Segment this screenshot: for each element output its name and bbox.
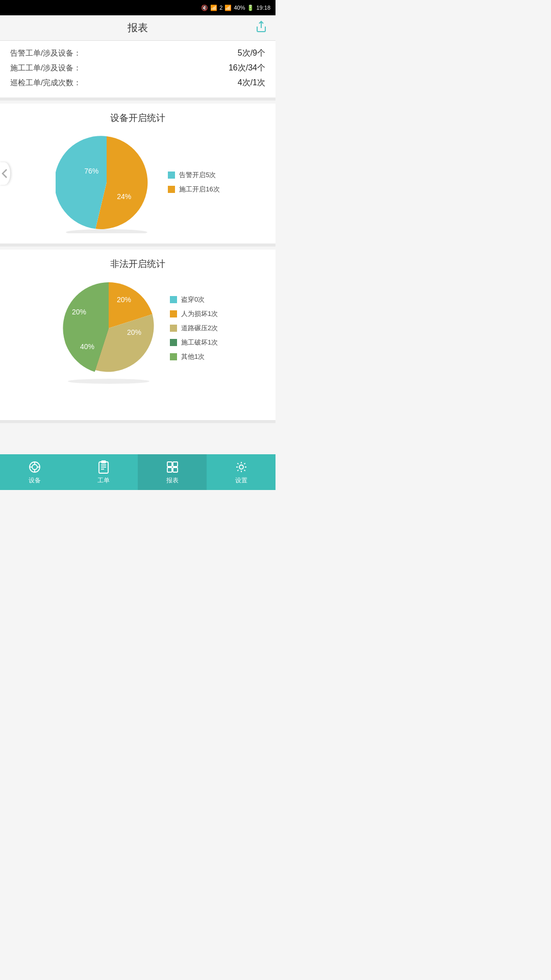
chart2-pie: 20% 20% 40% 20% [58, 277, 160, 379]
legend2-color-teal [170, 296, 177, 303]
legend2-label-1: 人为损坏1次 [181, 309, 218, 318]
svg-point-2 [68, 379, 149, 384]
legend2-color-tan [170, 325, 177, 332]
legend2-item-4: 其他1次 [170, 352, 218, 361]
legend2-color-orange [170, 310, 177, 317]
nav-item-reports[interactable]: 报表 [138, 454, 207, 490]
page-title: 报表 [128, 21, 148, 35]
svg-rect-9 [99, 462, 108, 473]
chart-section-1: 设备开启统计 76% 24% 告警开启5次 施工开启16次 [0, 104, 276, 247]
summary-section: 告警工单/涉及设备： 5次/9个 施工工单/涉及设备： 16次/34个 巡检工单… [0, 41, 276, 101]
battery-text: 40% [234, 5, 245, 11]
svg-rect-17 [173, 468, 178, 472]
battery-icon: 🔋 [247, 5, 254, 11]
legend2-label-4: 其他1次 [181, 352, 205, 361]
summary-value-0: 5次/9个 [238, 48, 265, 59]
header: 报表 [0, 15, 276, 41]
svg-rect-15 [173, 462, 178, 467]
time-display: 19:18 [256, 5, 270, 11]
chart1-container: 76% 24% 告警开启5次 施工开启16次 [5, 131, 270, 233]
legend2-label-3: 施工破坏1次 [181, 338, 218, 347]
legend2-item-2: 道路碾压2次 [170, 324, 218, 333]
mute-icon: 🔇 [201, 5, 208, 11]
share-button[interactable] [255, 20, 267, 36]
chart2-container: 20% 20% 40% 20% 盗穿0次 人为损坏1次 道路碾压2次 施工破坏1… [5, 277, 270, 379]
summary-value-2: 4次/1次 [238, 78, 265, 88]
legend-color-orange [168, 186, 175, 193]
nav-label-settings: 设置 [235, 476, 247, 485]
legend-item-1: 施工开启16次 [168, 185, 219, 194]
nav-label-reports: 报表 [166, 476, 179, 485]
svg-point-1 [66, 229, 147, 233]
legend2-label-0: 盗穿0次 [181, 295, 205, 304]
chart-section-2: 非法开启统计 20% 20% 40% 20% [0, 250, 276, 423]
summary-label-1: 施工工单/涉及设备： [10, 63, 81, 73]
legend2-color-ltgreen [170, 353, 177, 360]
svg-rect-14 [167, 462, 172, 467]
signal-icon: 📶 [224, 5, 232, 11]
nav-label-workorder: 工单 [97, 476, 110, 485]
summary-row-1: 施工工单/涉及设备： 16次/34个 [10, 61, 265, 76]
legend2-color-dkgreen [170, 339, 177, 346]
legend2-label-2: 道路碾压2次 [181, 324, 218, 333]
chart1-pie: 76% 24% [56, 131, 158, 233]
status-icons: 🔇 📶 2 📶 40% 🔋 19:18 [201, 5, 270, 11]
chart1-legend: 告警开启5次 施工开启16次 [168, 170, 219, 194]
status-bar: 🔇 📶 2 📶 40% 🔋 19:18 [0, 0, 276, 15]
svg-point-4 [32, 464, 37, 470]
svg-point-18 [239, 465, 243, 469]
summary-row-2: 巡检工单/完成次数： 4次/1次 [10, 76, 265, 90]
nav-item-workorder[interactable]: 工单 [69, 454, 138, 490]
legend-color-teal [168, 172, 175, 179]
summary-label-2: 巡检工单/完成次数： [10, 78, 81, 88]
summary-value-1: 16次/34个 [229, 63, 265, 74]
chart2-legend: 盗穿0次 人为损坏1次 道路碾压2次 施工破坏1次 其他1次 [170, 295, 218, 361]
legend-item-0: 告警开启5次 [168, 170, 219, 180]
nav-item-devices[interactable]: 设备 [0, 454, 69, 490]
legend-label-1: 施工开启16次 [179, 185, 219, 194]
legend2-item-0: 盗穿0次 [170, 295, 218, 304]
legend2-item-1: 人为损坏1次 [170, 309, 218, 318]
summary-row-0: 告警工单/涉及设备： 5次/9个 [10, 46, 265, 61]
legend2-item-3: 施工破坏1次 [170, 338, 218, 347]
chart2-title: 非法开启统计 [5, 258, 270, 270]
wifi-icon: 📶 [210, 5, 217, 11]
summary-label-0: 告警工单/涉及设备： [10, 48, 81, 58]
nav-label-devices: 设备 [29, 476, 41, 485]
svg-rect-16 [167, 468, 172, 472]
sim-icon: 2 [219, 5, 222, 11]
nav-bar: 设备 工单 报表 设置 [0, 454, 276, 490]
nav-item-settings[interactable]: 设置 [207, 454, 276, 490]
legend-label-0: 告警开启5次 [179, 170, 216, 180]
chart1-title: 设备开启统计 [5, 112, 270, 124]
